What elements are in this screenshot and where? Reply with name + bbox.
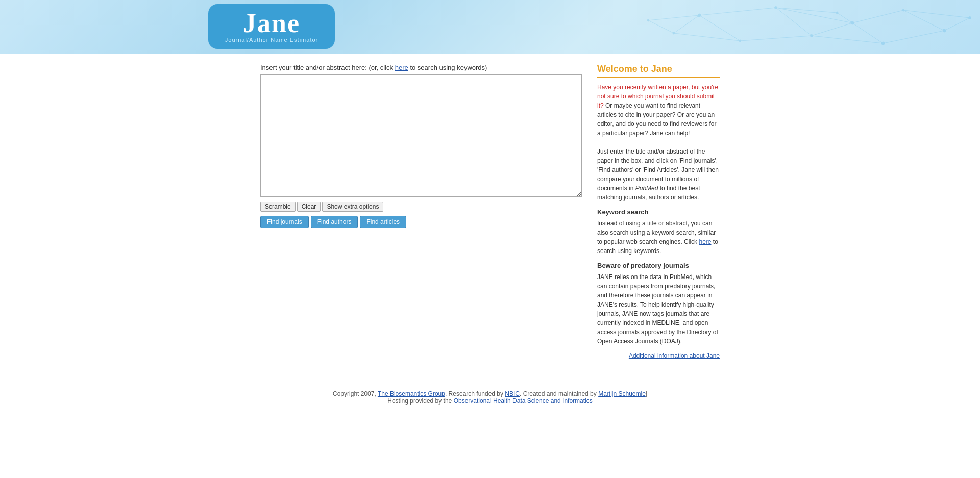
pubmed-text: PubMed bbox=[635, 185, 658, 192]
footer: Copyright 2007, The Biosemantics Group. … bbox=[0, 380, 980, 420]
scramble-button[interactable]: Scramble bbox=[260, 202, 296, 212]
right-panel: Welcome to Jane Have you recently writte… bbox=[597, 64, 720, 359]
keyword-search-link-2[interactable]: here bbox=[699, 238, 711, 245]
nbic-link[interactable]: NBIC bbox=[505, 390, 520, 397]
keyword-heading: Keyword search bbox=[597, 208, 720, 216]
find-authors-button[interactable]: Find authors bbox=[311, 216, 358, 228]
svg-line-12 bbox=[699, 8, 776, 15]
keyword-search-link[interactable]: here bbox=[395, 64, 408, 71]
welcome-title: Welcome to Jane bbox=[597, 64, 720, 78]
footer-line-2: Hosting provided by the Observational He… bbox=[0, 397, 980, 405]
find-articles-button[interactable]: Find articles bbox=[360, 216, 406, 228]
svg-line-15 bbox=[903, 10, 944, 31]
intro-highlight: Have you recently written a paper, but y… bbox=[597, 84, 718, 109]
button-row-2: Find journals Find authors Find articles bbox=[260, 216, 582, 228]
abstract-input[interactable] bbox=[260, 74, 582, 197]
input-hint2-text: to search using keywords) bbox=[410, 64, 487, 71]
svg-line-20 bbox=[674, 15, 699, 33]
martijn-link[interactable]: Martijn Schuemie bbox=[598, 390, 646, 397]
button-row-1: Scramble Clear Show extra options bbox=[260, 202, 582, 212]
main-content: Insert your title and/or abstract here: … bbox=[255, 54, 725, 369]
input-label: Insert your title and/or abstract here: … bbox=[260, 64, 582, 71]
predatory-body: JANE relies on the data in PubMed, which… bbox=[597, 272, 720, 346]
additional-info-link[interactable]: Additional information about Jane bbox=[597, 352, 720, 359]
svg-line-26 bbox=[648, 20, 674, 33]
svg-line-19 bbox=[674, 33, 740, 41]
svg-line-17 bbox=[812, 36, 883, 43]
predatory-heading: Beware of predatory journals bbox=[597, 262, 720, 269]
footer-line-1: Copyright 2007, The Biosemantics Group. … bbox=[0, 390, 980, 397]
svg-line-18 bbox=[740, 36, 812, 41]
clear-button[interactable]: Clear bbox=[297, 202, 321, 212]
logo-jane: Jane bbox=[243, 10, 300, 37]
svg-line-23 bbox=[852, 23, 883, 43]
svg-line-16 bbox=[883, 31, 944, 43]
svg-line-21 bbox=[776, 8, 812, 36]
logo-subtitle: Journal/Author Name Estimator bbox=[225, 37, 318, 43]
keyword-body: Instead of using a title or abstract, yo… bbox=[597, 219, 720, 256]
header: Jane Journal/Author Name Estimator bbox=[0, 0, 980, 54]
input-label-text: Insert your title and/or abstract here: bbox=[260, 64, 367, 71]
svg-line-30 bbox=[944, 18, 970, 31]
svg-line-14 bbox=[852, 10, 903, 23]
svg-line-22 bbox=[812, 23, 852, 36]
biosemantics-link[interactable]: The Biosemantics Group bbox=[378, 390, 445, 397]
show-extra-options-button[interactable]: Show extra options bbox=[322, 202, 383, 212]
left-panel: Insert your title and/or abstract here: … bbox=[260, 64, 582, 359]
footer-copyright: Copyright 2007, bbox=[333, 390, 376, 397]
svg-line-29 bbox=[903, 10, 970, 18]
input-hint-text: (or, click bbox=[369, 64, 395, 71]
neural-network-decoration bbox=[597, 0, 980, 54]
ohdsi-link[interactable]: Observational Health Data Science and In… bbox=[454, 397, 593, 405]
svg-line-27 bbox=[776, 8, 837, 13]
logo-box: Jane Journal/Author Name Estimator bbox=[208, 4, 335, 49]
svg-line-25 bbox=[648, 15, 699, 20]
find-journals-button[interactable]: Find journals bbox=[260, 216, 309, 228]
welcome-intro: Have you recently written a paper, but y… bbox=[597, 83, 720, 202]
